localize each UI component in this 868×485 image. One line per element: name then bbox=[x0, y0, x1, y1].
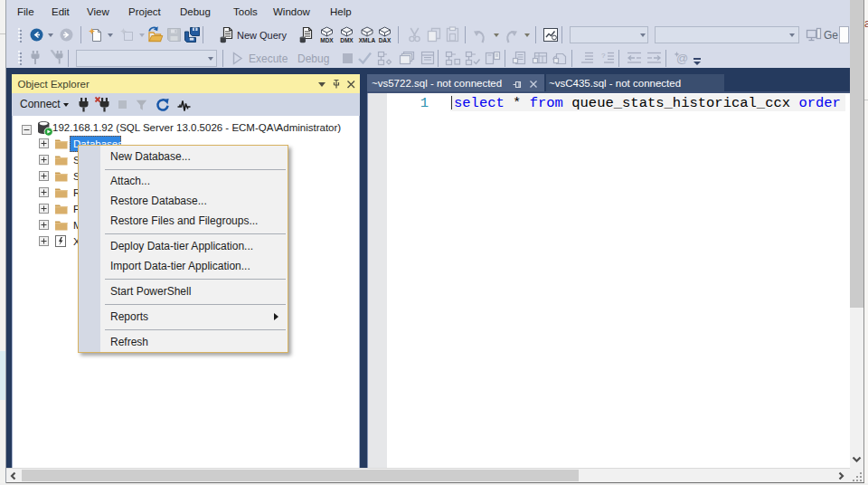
svg-text:MDX: MDX bbox=[320, 37, 334, 43]
svg-text:DAX: DAX bbox=[379, 37, 392, 43]
svg-text:?: ? bbox=[601, 52, 606, 60]
svg-text:DMX: DMX bbox=[340, 37, 354, 43]
svg-text:XMLA: XMLA bbox=[359, 37, 376, 43]
